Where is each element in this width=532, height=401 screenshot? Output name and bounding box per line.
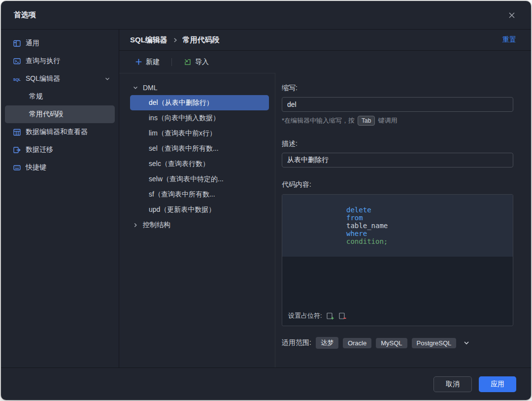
- apply-button[interactable]: 应用: [479, 376, 516, 392]
- general-icon: [13, 39, 21, 48]
- import-button[interactable]: 导入: [181, 56, 212, 68]
- remove-placeholder-icon[interactable]: [338, 312, 347, 320]
- sidebar-item-data-editor-viewer[interactable]: 数据编辑器和查看器: [5, 123, 115, 141]
- desc-input[interactable]: [282, 153, 513, 167]
- svg-text:SQL: SQL: [13, 77, 21, 81]
- code-token: condition;: [346, 237, 388, 245]
- main-panel: SQL编辑器 常用代码段 重置 新建: [119, 30, 531, 368]
- scope-badge-oracle[interactable]: Oracle: [343, 338, 371, 348]
- breadcrumb-current: 常用代码段: [183, 35, 220, 45]
- chevron-down-icon[interactable]: [104, 75, 111, 82]
- sidebar-item-label: 通用: [26, 39, 39, 48]
- abbr-label: 缩写:: [282, 84, 513, 93]
- import-label: 导入: [195, 58, 209, 67]
- tree-item-selc[interactable]: selc（查询表行数）: [130, 156, 269, 171]
- sidebar-item-code-snippets[interactable]: 常用代码段: [5, 105, 115, 123]
- sidebar: 通用 查询与执行 SQL SQL编辑器: [1, 30, 119, 368]
- scope-row: 适用范围: 达梦 Oracle MySQL PostgreSQL: [282, 337, 513, 349]
- sidebar-item-sql-general[interactable]: 常规: [5, 88, 115, 105]
- scope-badge-mysql[interactable]: MySQL: [376, 338, 407, 348]
- chevron-right-icon: [132, 222, 139, 229]
- tree-item-selw[interactable]: selw（查询表中特定的...: [130, 171, 269, 187]
- tree-item-sel[interactable]: sel（查询表中所有数...: [130, 141, 269, 156]
- dialog-footer: 取消 应用: [1, 368, 531, 400]
- new-snippet-button[interactable]: 新建: [132, 56, 163, 68]
- chevron-right-icon: [172, 37, 178, 43]
- reset-link[interactable]: 重置: [502, 35, 516, 44]
- snippet-tree: DML del（从表中删除行） ins（向表中插入数据） lim（查询表中前x行…: [119, 73, 275, 368]
- tree-group-label: 控制结构: [143, 221, 170, 230]
- tree-item-ins[interactable]: ins（向表中插入数据）: [130, 110, 269, 126]
- tree-item-label: upd（更新表中数据）: [149, 205, 215, 214]
- hint-text: 键调用: [378, 116, 397, 125]
- sidebar-item-label: 常用代码段: [29, 110, 64, 119]
- cancel-button[interactable]: 取消: [433, 376, 472, 392]
- data-grid-icon: [13, 128, 21, 136]
- sidebar-item-shortcuts[interactable]: 快捷键: [5, 159, 115, 176]
- abbr-hint: *在编辑器中输入缩写，按 Tab 键调用: [282, 116, 513, 126]
- code-token: delete: [346, 206, 375, 214]
- tree-item-label: selw（查询表中特定的...: [149, 175, 224, 184]
- tree-item-label: ins（向表中插入数据）: [149, 114, 220, 123]
- preferences-dialog: 首选项 通用: [1, 1, 531, 400]
- abbr-input[interactable]: [282, 97, 513, 112]
- tree-item-sf[interactable]: sf（查询表中所有数...: [130, 187, 269, 202]
- close-icon: [507, 11, 516, 20]
- tree-group-control-structure[interactable]: 控制结构: [130, 217, 269, 233]
- code-token: where: [346, 230, 371, 237]
- tree-item-label: sel（查询表中所有数...: [149, 144, 219, 153]
- sidebar-item-label: 快捷键: [26, 163, 46, 172]
- placeholder-toolbar: 设置占位符:: [288, 311, 347, 320]
- migration-icon: [13, 146, 21, 154]
- query-execution-icon: [13, 57, 21, 66]
- import-icon: [184, 58, 192, 66]
- sidebar-item-query-execution[interactable]: 查询与执行: [5, 52, 115, 70]
- code-token: table_name: [346, 222, 392, 230]
- breadcrumb: SQL编辑器 常用代码段 重置: [119, 30, 531, 51]
- code-token: from: [346, 214, 367, 222]
- breadcrumb-parent: SQL编辑器: [130, 35, 167, 45]
- close-button[interactable]: [505, 9, 518, 22]
- sidebar-item-label: SQL编辑器: [26, 74, 60, 83]
- chevron-down-icon: [132, 84, 139, 91]
- sidebar-item-label: 数据编辑器和查看器: [26, 128, 88, 136]
- scope-badge-postgresql[interactable]: PostgreSQL: [412, 338, 457, 348]
- desc-label: 描述:: [282, 139, 513, 148]
- sidebar-item-general[interactable]: 通用: [5, 34, 115, 52]
- scope-expand-chevron-icon[interactable]: [463, 339, 470, 347]
- dialog-title: 首选项: [14, 10, 36, 20]
- tree-item-label: del（从表中删除行）: [149, 99, 213, 107]
- tree-item-del[interactable]: del（从表中删除行）: [130, 95, 269, 110]
- hint-text: *在编辑器中输入缩写，按: [282, 116, 355, 125]
- tree-item-label: selc（查询表行数）: [149, 160, 209, 168]
- placeholder-label: 设置占位符:: [288, 311, 322, 320]
- new-snippet-label: 新建: [146, 58, 160, 67]
- sidebar-item-label: 查询与执行: [26, 57, 60, 66]
- tree-group-dml[interactable]: DML: [130, 80, 269, 95]
- snippet-toolbar: 新建 导入: [119, 51, 531, 73]
- toolbar-separator: [171, 58, 172, 66]
- code-editor[interactable]: delete from table_name where condition; …: [282, 194, 513, 326]
- code-line[interactable]: delete from table_name where condition;: [282, 195, 513, 257]
- plus-icon: [135, 58, 142, 66]
- tree-group-label: DML: [143, 84, 158, 92]
- tab-key-badge: Tab: [358, 116, 375, 126]
- tree-item-lim[interactable]: lim（查询表中前x行）: [130, 126, 269, 141]
- sidebar-item-data-migration[interactable]: 数据迁移: [5, 141, 115, 159]
- tree-item-label: sf（查询表中所有数...: [149, 190, 215, 199]
- snippet-form: 缩写: *在编辑器中输入缩写，按 Tab 键调用 描述: 代码内容: del: [275, 73, 531, 368]
- add-placeholder-icon[interactable]: [326, 312, 334, 320]
- title-bar: 首选项: [1, 1, 531, 30]
- code-label: 代码内容:: [282, 180, 513, 189]
- sidebar-item-sql-editor[interactable]: SQL SQL编辑器: [5, 70, 115, 88]
- scope-label: 适用范围:: [282, 338, 311, 347]
- sql-editor-icon: SQL: [13, 75, 21, 83]
- keyboard-icon: [13, 164, 21, 172]
- tree-item-label: lim（查询表中前x行）: [149, 129, 216, 138]
- tree-item-upd[interactable]: upd（更新表中数据）: [130, 202, 269, 217]
- scope-badge-dameng[interactable]: 达梦: [316, 337, 338, 349]
- sidebar-item-label: 常规: [29, 92, 43, 101]
- sidebar-item-label: 数据迁移: [26, 145, 53, 154]
